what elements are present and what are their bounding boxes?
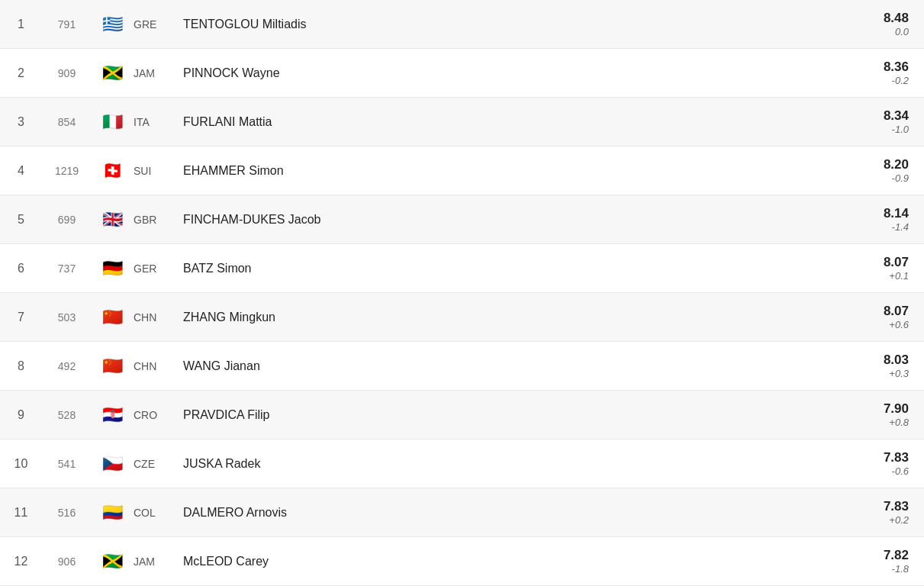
- rank: 6: [0, 262, 42, 275]
- bib: 516: [42, 507, 92, 519]
- bib: 737: [42, 262, 92, 275]
- athlete-name: PINNOCK Wayne: [175, 66, 855, 80]
- bib: 541: [42, 458, 92, 470]
- rank: 2: [0, 66, 42, 80]
- athlete-name: TENTOGLOU Miltiadis: [175, 18, 855, 31]
- rank: 12: [0, 555, 42, 568]
- table-row: 2 909 🇯🇲 JAM PINNOCK Wayne 8.36 -0.2: [0, 49, 924, 98]
- athlete-name: EHAMMER Simon: [175, 164, 855, 178]
- athlete-name: JUSKA Radek: [175, 457, 855, 471]
- flag-icon: 🇨🇴: [92, 504, 134, 521]
- table-row: 12 906 🇯🇲 JAM McLEOD Carey 7.82 -1.8: [0, 537, 924, 586]
- flag-icon: 🇨🇳: [92, 309, 134, 326]
- bib: 906: [42, 555, 92, 568]
- rank: 9: [0, 408, 42, 422]
- bib: 503: [42, 311, 92, 324]
- result: 8.36 -0.2: [855, 60, 924, 86]
- rank: 10: [0, 457, 42, 471]
- country-code: COL: [134, 507, 175, 519]
- flag-icon: 🇯🇲: [92, 553, 134, 570]
- athlete-name: FURLANI Mattia: [175, 115, 855, 129]
- flag-icon: 🇮🇹: [92, 114, 134, 130]
- athlete-name: BATZ Simon: [175, 262, 855, 275]
- table-row: 5 699 🇬🇧 GBR FINCHAM-DUKES Jacob 8.14 -1…: [0, 195, 924, 244]
- flag-icon: 🇨🇭: [92, 163, 134, 179]
- result: 8.07 +0.1: [855, 255, 924, 282]
- country-code: CHN: [134, 311, 175, 324]
- bib: 699: [42, 214, 92, 226]
- bib: 492: [42, 360, 92, 372]
- country-code: CZE: [134, 458, 175, 470]
- bib: 854: [42, 116, 92, 128]
- country-code: JAM: [134, 555, 175, 568]
- table-row: 4 1219 🇨🇭 SUI EHAMMER Simon 8.20 -0.9: [0, 146, 924, 195]
- table-row: 7 503 🇨🇳 CHN ZHANG Mingkun 8.07 +0.6: [0, 293, 924, 342]
- athlete-name: PRAVDICA Filip: [175, 408, 855, 422]
- result: 7.82 -1.8: [855, 548, 924, 575]
- table-row: 1 791 🇬🇷 GRE TENTOGLOU Miltiadis 8.48 0.…: [0, 0, 924, 49]
- athlete-name: DALMERO Arnovis: [175, 506, 855, 520]
- bib: 791: [42, 18, 92, 31]
- flag-icon: 🇨🇿: [92, 456, 134, 472]
- result: 8.48 0.0: [855, 11, 924, 37]
- country-code: GBR: [134, 214, 175, 226]
- athlete-name: ZHANG Mingkun: [175, 311, 855, 324]
- country-code: CRO: [134, 409, 175, 421]
- result: 8.34 -1.0: [855, 108, 924, 135]
- rank: 4: [0, 164, 42, 178]
- country-code: GRE: [134, 18, 175, 31]
- country-code: ITA: [134, 116, 175, 128]
- flag-icon: 🇯🇲: [92, 65, 134, 82]
- athlete-name: WANG Jianan: [175, 359, 855, 373]
- country-code: SUI: [134, 165, 175, 177]
- flag-icon: 🇨🇳: [92, 358, 134, 375]
- result: 8.07 +0.6: [855, 304, 924, 330]
- rank: 3: [0, 115, 42, 129]
- rank: 7: [0, 311, 42, 324]
- flag-icon: 🇬🇷: [92, 16, 134, 33]
- athlete-name: McLEOD Carey: [175, 555, 855, 568]
- table-row: 9 528 🇭🇷 CRO PRAVDICA Filip 7.90 +0.8: [0, 391, 924, 440]
- result: 7.83 -0.6: [855, 450, 924, 477]
- table-row: 6 737 🇩🇪 GER BATZ Simon 8.07 +0.1: [0, 244, 924, 293]
- result: 7.90 +0.8: [855, 401, 924, 428]
- flag-icon: 🇭🇷: [92, 407, 134, 423]
- result: 8.20 -0.9: [855, 157, 924, 184]
- table-row: 10 541 🇨🇿 CZE JUSKA Radek 7.83 -0.6: [0, 440, 924, 488]
- table-row: 8 492 🇨🇳 CHN WANG Jianan 8.03 +0.3: [0, 342, 924, 391]
- table-row: 11 516 🇨🇴 COL DALMERO Arnovis 7.83 +0.2: [0, 488, 924, 537]
- bib: 1219: [42, 165, 92, 177]
- country-code: CHN: [134, 360, 175, 372]
- result: 8.03 +0.3: [855, 353, 924, 379]
- rank: 11: [0, 506, 42, 520]
- athlete-name: FINCHAM-DUKES Jacob: [175, 213, 855, 227]
- flag-icon: 🇩🇪: [92, 260, 134, 277]
- result: 7.83 +0.2: [855, 499, 924, 526]
- table-row: 3 854 🇮🇹 ITA FURLANI Mattia 8.34 -1.0: [0, 98, 924, 146]
- rank: 8: [0, 359, 42, 373]
- flag-icon: 🇬🇧: [92, 211, 134, 228]
- result: 8.14 -1.4: [855, 206, 924, 233]
- bib: 909: [42, 67, 92, 79]
- bib: 528: [42, 409, 92, 421]
- rank: 1: [0, 18, 42, 31]
- country-code: JAM: [134, 67, 175, 79]
- country-code: GER: [134, 262, 175, 275]
- rank: 5: [0, 213, 42, 227]
